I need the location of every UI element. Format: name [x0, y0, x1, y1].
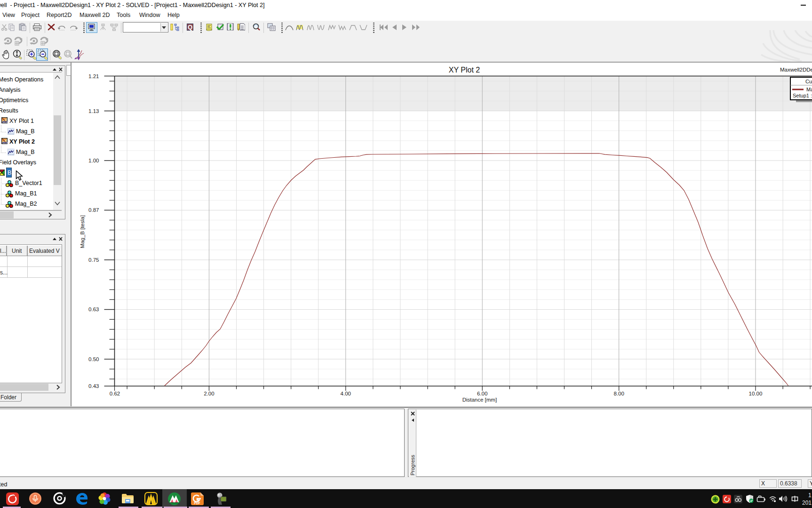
- svg-text:0.43: 0.43: [88, 383, 99, 389]
- svg-text:PDF: PDF: [194, 501, 200, 505]
- svg-text:0.75: 0.75: [88, 257, 99, 263]
- svg-text:Curve Inf: Curve Inf: [805, 79, 812, 84]
- svg-text:0.62: 0.62: [110, 391, 120, 396]
- svg-text:Mag: Mag: [806, 87, 812, 92]
- svg-text:0.50: 0.50: [88, 356, 99, 362]
- svg-text:Mag_B [tesla]: Mag_B [tesla]: [80, 215, 85, 248]
- svg-text:8.00: 8.00: [613, 391, 624, 396]
- svg-text:10.00: 10.00: [749, 391, 763, 396]
- svg-text:1.00: 1.00: [88, 158, 99, 163]
- svg-text:2.00: 2.00: [204, 391, 214, 396]
- svg-text:1.13: 1.13: [88, 108, 99, 114]
- svg-text:4.00: 4.00: [341, 391, 351, 396]
- svg-text:6.00: 6.00: [477, 391, 487, 396]
- svg-text:1.21: 1.21: [88, 73, 99, 79]
- svg-text:Distance [mm]: Distance [mm]: [462, 397, 497, 403]
- svg-text:0.63: 0.63: [88, 306, 99, 312]
- svg-text:Setup1 :: Setup1 :: [793, 93, 812, 98]
- svg-text:Maxwell2DDesign1: Maxwell2DDesign1: [780, 67, 812, 73]
- svg-text:XY Plot 2: XY Plot 2: [449, 66, 480, 74]
- svg-text:0.87: 0.87: [88, 207, 99, 213]
